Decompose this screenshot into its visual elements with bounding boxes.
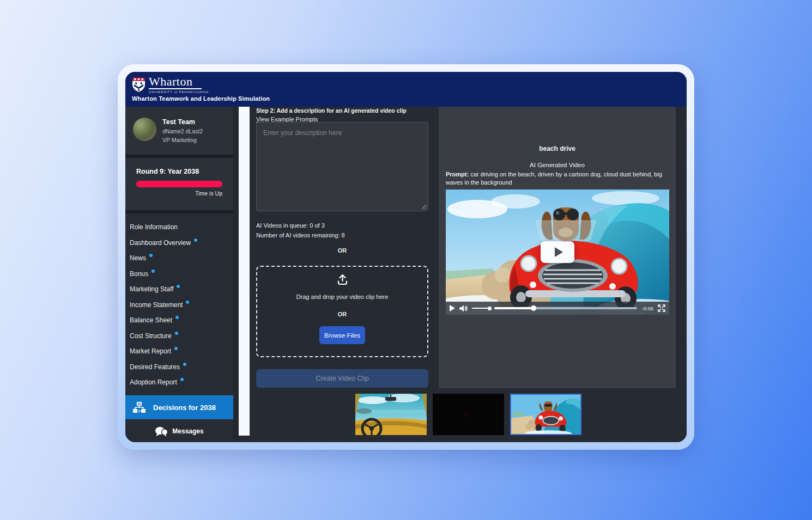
seek-bar[interactable] xyxy=(494,307,637,309)
svg-text:?: ? xyxy=(138,409,141,414)
seek-progress xyxy=(494,307,534,309)
play-overlay-button[interactable] xyxy=(541,241,574,263)
unread-dot xyxy=(152,270,155,273)
unread-dot xyxy=(194,238,197,242)
yellow-car-interior-image xyxy=(355,394,427,435)
sidebar-item-adoption-report[interactable]: Adoption Report xyxy=(130,375,233,390)
team-name: Test Team xyxy=(162,118,203,126)
round-title: Round 9: Year 2038 xyxy=(136,168,222,175)
org-chart-icon: ? xyxy=(132,401,146,414)
sidebar-item-dashboard-overview[interactable]: Dashboard Overview xyxy=(130,235,233,251)
penn-shield-icon xyxy=(132,77,146,93)
sidebar-item-desired-features[interactable]: Desired Features xyxy=(130,359,233,375)
unread-dot xyxy=(177,285,180,288)
description-input[interactable] xyxy=(256,122,428,211)
unread-dot xyxy=(174,347,178,350)
team-role: VP Marketing xyxy=(162,137,203,143)
queue-status: AI Videos in queue: 0 of 3 xyxy=(256,222,325,229)
sidebar-item-market-report[interactable]: Market Report xyxy=(130,344,233,359)
simulation-window: Wharton UNIVERSITY of PENNSYLVANIA Whart… xyxy=(125,72,687,442)
clip-subtitle: AI Generated Video xyxy=(439,162,676,168)
beach-drive-image xyxy=(511,395,580,434)
unread-dot xyxy=(186,301,189,304)
sidebar-item-news[interactable]: News xyxy=(130,250,233,266)
sidebar-item-cost-structure[interactable]: Cost Structure xyxy=(130,328,233,344)
messages-button[interactable]: Messages xyxy=(125,420,233,442)
unread-dot xyxy=(183,363,186,366)
upload-icon xyxy=(336,273,349,286)
clip-prompt: Prompt:car driving on the beach, driven … xyxy=(446,170,669,187)
decisions-button[interactable]: ? Decisions for 2038 xyxy=(125,395,233,419)
sidebar-item-income-statement[interactable]: Income Statement xyxy=(130,297,233,313)
sidebar-item-balance-sheet[interactable]: Balance Sheet xyxy=(130,313,233,328)
video-controls: -0:06 xyxy=(446,302,669,315)
prompt-label: Prompt: xyxy=(446,171,469,178)
team-info-card: Test Team dName2 dLast2 VP Marketing xyxy=(125,107,233,155)
round-progress-track xyxy=(136,181,222,187)
university-label: UNIVERSITY of PENNSYLVANIA xyxy=(149,90,209,94)
sidebar: Test Team dName2 dLast2 VP Marketing Rou… xyxy=(125,107,233,442)
volume-slider[interactable] xyxy=(472,308,490,309)
chat-bubbles-icon xyxy=(155,426,168,437)
browse-files-button[interactable]: Browse Files xyxy=(319,326,365,344)
fullscreen-icon[interactable] xyxy=(658,304,665,312)
unread-dot xyxy=(180,378,184,381)
step-title: Step 2: Add a description for an AI gene… xyxy=(256,107,441,114)
app-frame: Wharton UNIVERSITY of PENNSYLVANIA Whart… xyxy=(118,64,694,450)
app-title: Wharton Teamwork and Leadership Simulati… xyxy=(132,95,680,102)
or-divider: OR xyxy=(256,247,428,254)
play-button[interactable] xyxy=(450,305,455,311)
clip-thumbnail-row xyxy=(250,394,687,435)
wharton-logo: Wharton UNIVERSITY of PENNSYLVANIA xyxy=(132,76,680,94)
unread-dot xyxy=(149,254,153,257)
remaining-status: Number of AI videos remaining: 8 xyxy=(256,232,345,238)
textarea-resize-handle[interactable] xyxy=(421,204,427,210)
dropzone-instruction: Drag and drop your video clip here xyxy=(296,293,389,300)
create-video-clip-button[interactable]: Create Video Clip xyxy=(256,369,428,388)
round-timer-label: Time is Up xyxy=(136,190,222,197)
top-header: Wharton UNIVERSITY of PENNSYLVANIA Whart… xyxy=(125,72,687,107)
black-video-image xyxy=(433,394,504,435)
play-icon xyxy=(555,247,563,257)
thumbnail-black-clip[interactable] xyxy=(433,394,504,435)
time-remaining: -0:06 xyxy=(641,305,653,311)
round-progress-bar xyxy=(136,181,222,187)
sidebar-item-role-information[interactable]: Role Information xyxy=(130,219,233,235)
video-preview-panel: beach drive AI Generated Video Prompt:ca… xyxy=(439,107,676,388)
video-player[interactable]: -0:06 xyxy=(446,189,669,315)
sidebar-item-bonus[interactable]: Bonus xyxy=(130,266,233,282)
video-dropzone[interactable]: Drag and drop your video clip here OR Br… xyxy=(256,266,428,357)
thumbnail-beach-drive[interactable] xyxy=(510,394,581,435)
volume-icon[interactable] xyxy=(459,305,468,312)
prompt-text: car driving on the beach, driven by a ca… xyxy=(446,171,662,186)
sidebar-nav: Role Information Dashboard Overview News… xyxy=(125,213,233,395)
thumbnail-yellow-car-interior[interactable] xyxy=(355,394,427,435)
clip-title: beach drive xyxy=(439,145,676,152)
team-avatar xyxy=(133,118,156,141)
team-member-name: dName2 dLast2 xyxy=(162,128,203,134)
unread-dot xyxy=(175,332,178,335)
wharton-wordmark: Wharton xyxy=(149,76,209,88)
scroll-gutter xyxy=(239,107,250,436)
sidebar-item-marketing-staff[interactable]: Marketing Staff xyxy=(130,282,233,297)
main-content: Step 2: Add a description for an AI gene… xyxy=(250,107,687,442)
unread-dot xyxy=(175,316,179,319)
or-divider: OR xyxy=(338,311,347,317)
round-info-card: Round 9: Year 2038 Time is Up xyxy=(125,158,233,210)
content-gutter xyxy=(233,107,239,442)
logo-divider xyxy=(149,88,202,89)
